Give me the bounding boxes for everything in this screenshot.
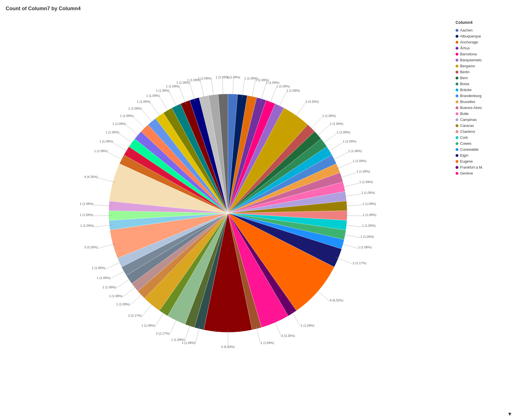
legend-color-dot bbox=[456, 142, 458, 145]
legend-label: Frankfurt a.M. bbox=[460, 165, 483, 169]
legend-color-dot bbox=[456, 35, 458, 38]
legend-label: Butte bbox=[460, 112, 469, 116]
legend-label: Berlin bbox=[460, 70, 469, 74]
pie-label-group: 3 (3.26%) bbox=[84, 243, 115, 249]
legend-items: AachenAlbuquerqueAnchorageÅrhusBarcelona… bbox=[456, 28, 507, 175]
pie-chart: 1 (1.09%)1 (1.09%)1 (1.09%)1 (1.09%)1 (1… bbox=[72, 57, 384, 369]
pie-label-text: 1 (1.09%) bbox=[182, 341, 195, 345]
legend-color-dot bbox=[456, 148, 458, 151]
legend-item: Berlin bbox=[456, 70, 507, 74]
svg-line-11 bbox=[332, 152, 348, 160]
pie-label-group: 1 (1.09%) bbox=[341, 180, 373, 187]
legend-color-dot bbox=[456, 83, 458, 85]
svg-line-24 bbox=[274, 320, 281, 337]
legend-color-dot bbox=[456, 136, 458, 139]
svg-line-29 bbox=[169, 318, 177, 335]
legend-item: Bergamo bbox=[456, 64, 507, 68]
svg-line-46 bbox=[133, 117, 146, 130]
legend-color-dot bbox=[456, 65, 458, 68]
svg-line-51 bbox=[179, 87, 186, 105]
legend-label: Genève bbox=[460, 171, 473, 175]
legend-label: Elgin bbox=[460, 153, 468, 158]
pie-label-text: 1 (1.09%) bbox=[362, 202, 376, 205]
pie-label-text: 1 (1.09%) bbox=[362, 224, 376, 227]
svg-line-48 bbox=[150, 103, 161, 118]
legend-label: Barcelona bbox=[460, 52, 477, 56]
legend-label: Eugene bbox=[460, 159, 473, 163]
pie-label-text: 1 (1.09%) bbox=[360, 235, 374, 238]
pie-label-text: 1 (1.09%) bbox=[198, 77, 211, 80]
chart-title: Count of Column7 by Column4 bbox=[6, 6, 512, 12]
svg-line-53 bbox=[200, 81, 204, 99]
svg-line-10 bbox=[327, 142, 343, 152]
pie-label-text: 1 (1.09%) bbox=[171, 338, 184, 341]
pie-label-group: 3 (3.26%) bbox=[295, 100, 319, 118]
legend-label: Aachen bbox=[460, 28, 473, 32]
pie-label-group: 1 (1.09%) bbox=[256, 326, 274, 345]
pie-label-group: 1 (1.09%) bbox=[344, 202, 376, 206]
svg-line-6 bbox=[295, 103, 305, 118]
svg-line-2 bbox=[251, 81, 255, 99]
pie-label-group: 1 (1.09%) bbox=[176, 81, 195, 101]
legend-item: Cowes bbox=[456, 141, 507, 146]
legend-color-dot bbox=[456, 100, 458, 103]
pie-label-text: 6 (6.52%) bbox=[330, 299, 343, 302]
legend-label: Cowes bbox=[460, 141, 471, 146]
chart-area: 1 (1.09%)1 (1.09%)1 (1.09%)1 (1.09%)1 (1… bbox=[6, 17, 512, 409]
svg-line-8 bbox=[316, 125, 330, 137]
pie-label-group: 1 (1.09%) bbox=[79, 213, 112, 217]
pie-label-group: 5 (5.43%) bbox=[221, 329, 235, 348]
pie-label-text: 1 (1.09%) bbox=[106, 131, 119, 134]
legend-label: Campinas bbox=[460, 117, 477, 122]
pie-label-text: 2 (2.17%) bbox=[128, 314, 142, 317]
svg-line-37 bbox=[98, 243, 116, 248]
legend-item: Aachen bbox=[456, 28, 507, 32]
pie-label-text: 1 (1.09%) bbox=[128, 107, 142, 110]
pie-label-text: 1 (1.09%) bbox=[348, 149, 362, 153]
pie-label-group: 1 (1.09%) bbox=[171, 323, 190, 341]
pie-label-group: 1 (1.09%) bbox=[146, 94, 169, 113]
legend-label: Barquisimeto bbox=[460, 58, 482, 62]
pie-label-group: 1 (1.09%) bbox=[339, 170, 370, 178]
pie-label-text: 1 (1.09%) bbox=[215, 75, 229, 79]
svg-line-42 bbox=[108, 152, 124, 160]
legend-item: Caracas bbox=[456, 123, 507, 128]
pie-label-text: 1 (1.09%) bbox=[80, 202, 93, 205]
pie-label-text: 1 (1.09%) bbox=[112, 122, 126, 125]
scroll-down-indicator[interactable]: ▼ bbox=[507, 411, 512, 417]
legend-label: Bruxelles bbox=[460, 100, 475, 104]
legend-color-dot bbox=[456, 166, 458, 169]
pie-label-text: 1 (1.09%) bbox=[92, 266, 105, 270]
legend-color-dot bbox=[456, 172, 458, 175]
svg-line-22 bbox=[316, 289, 330, 301]
svg-line-20 bbox=[340, 243, 358, 248]
pie-label-text: 3 (3.26%) bbox=[305, 100, 319, 103]
pie-label-text: 1 (1.09%) bbox=[337, 131, 350, 134]
svg-line-41 bbox=[98, 178, 116, 183]
pie-label-group: 1 (1.09%) bbox=[102, 278, 131, 289]
svg-line-21 bbox=[335, 257, 353, 264]
svg-line-28 bbox=[184, 323, 190, 341]
svg-line-5 bbox=[278, 92, 286, 108]
legend-item: Barquisimeto bbox=[456, 58, 507, 62]
pie-label-group: 1 (1.09%) bbox=[340, 243, 371, 249]
legend-item: Cork bbox=[456, 135, 507, 140]
legend-item: Campinas bbox=[456, 117, 507, 122]
legend-color-dot bbox=[456, 59, 458, 62]
pie-label-group: 1 (1.09%) bbox=[343, 224, 375, 227]
svg-line-27 bbox=[195, 326, 200, 344]
legend-item: Butte bbox=[456, 112, 507, 116]
legend-color-dot bbox=[456, 47, 458, 50]
pie-label-group: 1 (1.09%) bbox=[215, 75, 229, 97]
pie-label-text: 1 (1.09%) bbox=[80, 224, 94, 227]
legend-color-dot bbox=[456, 71, 458, 74]
pie-label-text: 1 (1.09%) bbox=[99, 140, 113, 143]
pie-label-text: 1 (1.09%) bbox=[120, 114, 133, 117]
pie-label-text: 4 (4.35%) bbox=[84, 175, 98, 178]
pie-label-group: 1 (1.09%) bbox=[141, 311, 165, 327]
pie-label-text: 5 (5.43%) bbox=[221, 345, 235, 348]
legend-item: Charleroi bbox=[456, 129, 507, 134]
legend-color-dot bbox=[456, 29, 458, 32]
svg-line-33 bbox=[122, 286, 137, 297]
pie-label-group: 1 (1.09%) bbox=[94, 149, 124, 160]
